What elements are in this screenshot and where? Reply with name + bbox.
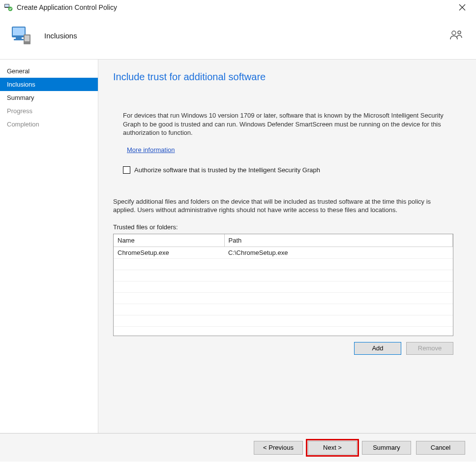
sidebar-item-general[interactable]: General (0, 64, 98, 78)
sidebar-item-summary[interactable]: Summary (0, 91, 98, 104)
app-icon (4, 3, 13, 12)
table-row (114, 270, 453, 281)
svg-rect-4 (13, 28, 25, 35)
content-area: GeneralInclusionsSummaryProgressCompleti… (0, 59, 476, 433)
trusted-files-table[interactable]: Name Path ChromeSetup.exeC:\ChromeSetup.… (113, 234, 453, 336)
authorize-isg-option[interactable]: Authorize software that is trusted by th… (123, 166, 461, 174)
more-information-link[interactable]: More information (127, 146, 175, 154)
svg-rect-6 (14, 39, 24, 40)
sidebar-item-inclusions[interactable]: Inclusions (0, 78, 98, 91)
authorize-isg-label: Authorize software that is trusted by th… (134, 166, 320, 174)
close-button[interactable] (452, 0, 472, 15)
wizard-footer: < Previous Next > Summary Cancel (0, 433, 476, 462)
col-header-name[interactable]: Name (114, 234, 224, 247)
add-button[interactable]: Add (354, 342, 401, 355)
table-row[interactable]: ChromeSetup.exeC:\ChromeSetup.exe (114, 247, 453, 258)
trusted-files-label: Trusted files or folders: (113, 223, 461, 231)
previous-button[interactable]: < Previous (254, 441, 303, 455)
titlebar: Create Application Control Policy (0, 0, 476, 15)
computer-icon (9, 24, 32, 47)
table-row (114, 281, 453, 292)
remove-button: Remove (406, 342, 453, 355)
window-title: Create Application Control Policy (17, 3, 452, 11)
svg-rect-5 (16, 37, 22, 39)
main-panel: Include trust for additional software Fo… (98, 60, 476, 433)
table-row (114, 304, 453, 315)
svg-rect-1 (5, 4, 9, 7)
svg-point-10 (458, 31, 461, 34)
svg-rect-8 (25, 35, 30, 41)
sidebar-item-progress[interactable]: Progress (0, 104, 98, 118)
table-row (114, 258, 453, 270)
summary-button[interactable]: Summary (362, 441, 411, 455)
wizard-sidebar: GeneralInclusionsSummaryProgressCompleti… (0, 60, 98, 433)
table-row (114, 292, 453, 304)
page-title: Inclusions (44, 31, 77, 40)
header-bar: Inclusions (0, 15, 476, 59)
description-isg: For devices that run Windows 10 version … (123, 111, 461, 137)
svg-point-9 (452, 31, 456, 35)
people-icon[interactable] (449, 30, 463, 41)
description-files: Specify additional files and folders on … (113, 197, 452, 215)
authorize-isg-checkbox[interactable] (123, 166, 130, 174)
table-row (114, 315, 453, 326)
next-button[interactable]: Next > (308, 441, 357, 455)
cancel-button[interactable]: Cancel (416, 441, 465, 455)
panel-heading: Include trust for additional software (113, 71, 461, 83)
col-header-path[interactable]: Path (224, 234, 453, 247)
sidebar-item-completion[interactable]: Completion (0, 118, 98, 131)
